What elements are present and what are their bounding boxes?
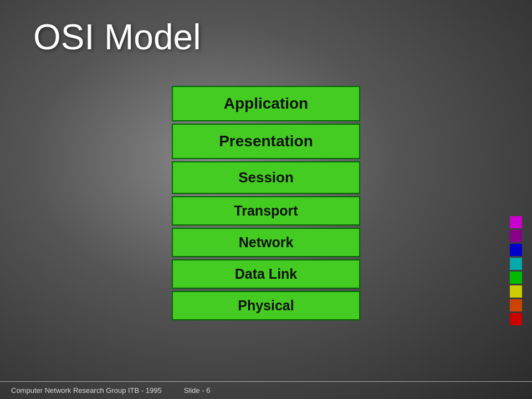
slide-title: OSI Model (33, 17, 504, 58)
color-squares (510, 216, 522, 325)
footer-organization: Computer Network Research Group ITB - 19… (11, 386, 162, 395)
color-square-5 (510, 285, 522, 298)
osi-layers-list: ApplicationPresentationSessionTransportN… (172, 86, 360, 320)
layer-network: Network (172, 228, 360, 257)
layer-transport: Transport (172, 196, 360, 226)
slide-container: OSI Model ApplicationPresentationSession… (0, 0, 532, 399)
color-square-0 (510, 216, 522, 228)
footer-slide-label: Slide - 6 (184, 386, 211, 395)
footer: Computer Network Research Group ITB - 19… (0, 381, 532, 399)
color-square-7 (510, 313, 522, 325)
layer-physical: Physical (172, 291, 360, 320)
layer-presentation: Presentation (172, 124, 360, 159)
layer-data-link: Data Link (172, 259, 360, 289)
slide-content: OSI Model ApplicationPresentationSession… (0, 0, 532, 381)
color-square-4 (510, 272, 522, 284)
layer-session: Session (172, 161, 360, 194)
color-square-1 (510, 230, 522, 242)
color-square-3 (510, 258, 522, 270)
color-square-2 (510, 244, 522, 256)
color-square-6 (510, 299, 522, 311)
layer-application: Application (172, 86, 360, 121)
